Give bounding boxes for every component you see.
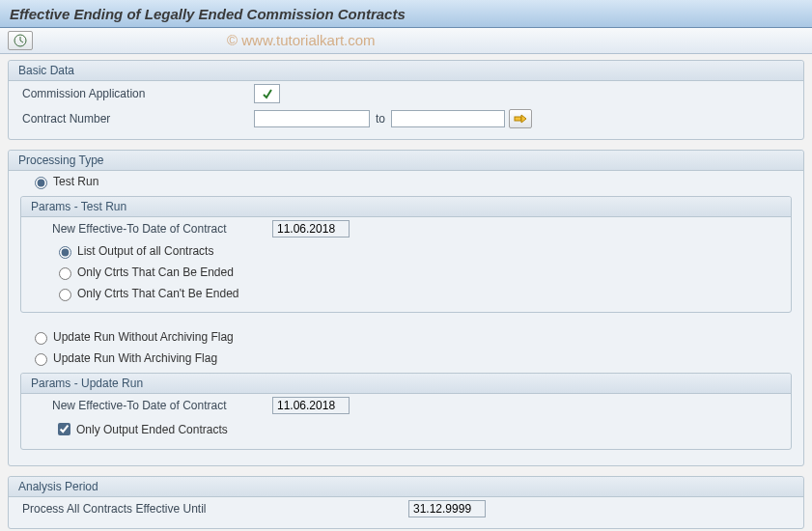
group-title-analysis: Analysis Period — [9, 477, 803, 497]
commission-app-input[interactable] — [254, 84, 280, 103]
toolbar: © www.tutorialkart.com — [0, 28, 812, 54]
group-title-processing: Processing Type — [9, 151, 803, 171]
label-opt-cant: Only Ctrts That Can't Be Ended — [77, 287, 238, 300]
group-title-params-update: Params - Update Run — [21, 374, 791, 394]
row-contract-number: Contract Number to — [9, 106, 803, 131]
label-update-date: New Effective-To Date of Contract — [42, 399, 272, 412]
label-update-arch: Update Run With Archiving Flag — [53, 351, 217, 365]
svg-line-2 — [20, 41, 23, 42]
row-analysis-until: Process All Contracts Effective Until — [9, 497, 803, 520]
check-icon — [262, 88, 273, 99]
label-opt-can: Only Ctrts That Can Be Ended — [77, 266, 234, 279]
radio-row-opt-cant: Only Ctrts That Can't Be Ended — [21, 283, 791, 304]
group-processing-type: Processing Type Test Run Params - Test R… — [8, 150, 804, 466]
radio-row-update-arch: Update Run With Archiving Flag — [9, 348, 803, 369]
radio-test-run[interactable] — [35, 177, 47, 189]
group-title-basic: Basic Data — [9, 61, 803, 81]
radio-opt-all[interactable] — [59, 246, 71, 259]
radio-row-opt-all: List Output of all Contracts — [21, 240, 791, 262]
row-commission-app: Commission Application — [9, 81, 803, 106]
group-params-test-run: Params - Test Run New Effective-To Date … — [20, 196, 792, 313]
group-params-update-run: Params - Update Run New Effective-To Dat… — [20, 373, 792, 450]
watermark-text: © www.tutorialkart.com — [227, 32, 376, 48]
checkbox-only-ended[interactable] — [58, 423, 70, 435]
radio-update-arch[interactable] — [35, 353, 47, 366]
title-bar: Effective Ending of Legally Ended Commis… — [0, 0, 812, 28]
radio-opt-can[interactable] — [59, 267, 71, 280]
analysis-until-input[interactable] — [408, 500, 486, 517]
radio-row-opt-can: Only Ctrts That Can Be Ended — [21, 262, 791, 283]
radio-row-test-run: Test Run — [9, 171, 803, 192]
check-row-only-ended: Only Output Ended Contracts — [21, 417, 791, 441]
svg-marker-4 — [521, 115, 526, 123]
label-update-noarch: Update Run Without Archiving Flag — [53, 330, 234, 344]
label-analysis-until: Process All Contracts Effective Until — [22, 502, 408, 516]
label-commission-app: Commission Application — [22, 87, 254, 100]
radio-update-noarch[interactable] — [35, 332, 47, 345]
radio-row-update-noarch: Update Run Without Archiving Flag — [9, 326, 803, 348]
test-date-input[interactable] — [272, 220, 350, 238]
group-basic-data: Basic Data Commission Application Contra… — [8, 60, 804, 140]
radio-opt-cant[interactable] — [59, 289, 71, 301]
group-analysis-period: Analysis Period Process All Contracts Ef… — [8, 476, 804, 529]
contract-number-from-input[interactable] — [254, 110, 370, 127]
group-title-params-test: Params - Test Run — [21, 197, 791, 217]
arrow-right-icon — [514, 114, 527, 124]
row-test-date: New Effective-To Date of Contract — [21, 217, 791, 240]
page-title: Effective Ending of Legally Ended Commis… — [10, 6, 406, 22]
clock-execute-icon — [14, 34, 27, 47]
svg-rect-3 — [515, 117, 521, 121]
label-test-run: Test Run — [53, 175, 98, 188]
label-contract-number: Contract Number — [22, 112, 254, 126]
contract-number-to-input[interactable] — [391, 110, 505, 127]
execute-button[interactable] — [8, 31, 33, 50]
row-update-date: New Effective-To Date of Contract — [21, 394, 791, 417]
label-test-date: New Effective-To Date of Contract — [42, 222, 272, 236]
label-only-ended: Only Output Ended Contracts — [76, 423, 228, 436]
content-area: Basic Data Commission Application Contra… — [0, 54, 812, 531]
multiple-selection-button[interactable] — [509, 109, 532, 128]
label-opt-all: List Output of all Contracts — [77, 244, 213, 258]
update-date-input[interactable] — [272, 397, 350, 414]
label-to: to — [376, 112, 385, 126]
